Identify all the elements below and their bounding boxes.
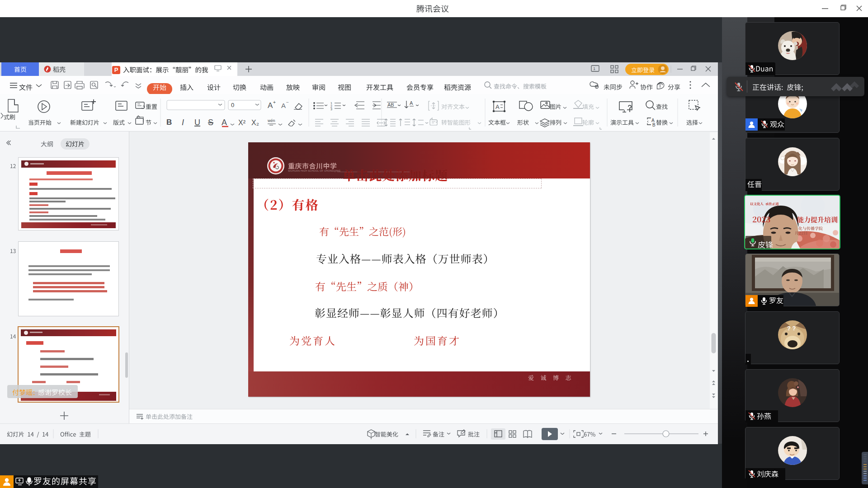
svg-text:X²: X²	[238, 119, 246, 127]
svg-text:I: I	[182, 118, 184, 127]
svg-text:3: 3	[330, 108, 332, 111]
svg-text:0: 0	[231, 102, 234, 108]
svg-text:S: S	[208, 118, 213, 127]
svg-text:X₂: X₂	[251, 119, 259, 127]
svg-text:A: A	[281, 102, 286, 109]
svg-text:U: U	[194, 118, 200, 127]
svg-text:+: +	[273, 100, 276, 105]
svg-text:A: A	[222, 118, 227, 127]
svg-text:AB: AB	[387, 102, 394, 108]
svg-text:B: B	[166, 118, 172, 127]
svg-text:B: B	[652, 122, 656, 127]
svg-text:1: 1	[330, 102, 332, 105]
svg-text:wén: wén	[267, 118, 275, 123]
svg-text:? ?: ? ?	[787, 325, 796, 332]
svg-text:A: A	[268, 101, 273, 110]
svg-text:1: 1	[593, 66, 595, 71]
svg-text:A: A	[410, 100, 413, 106]
svg-text:−: −	[286, 100, 289, 105]
svg-text:A: A	[495, 103, 500, 110]
